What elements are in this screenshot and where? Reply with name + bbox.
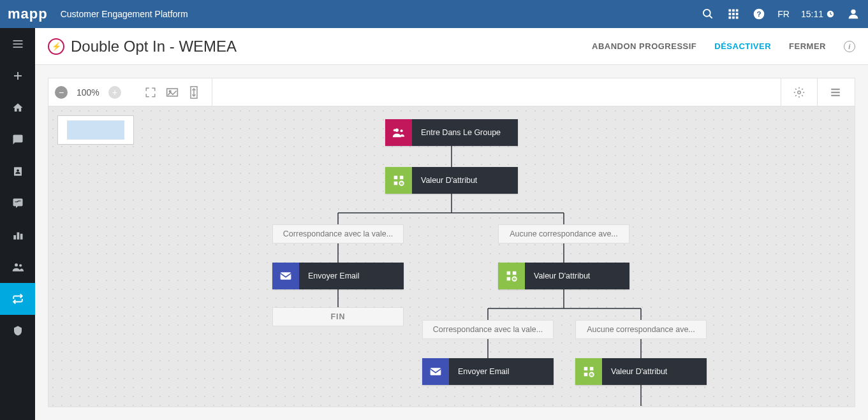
node-label: Valeur D'attribut [412,167,518,194]
svg-rect-4 [736,10,739,12]
svg-rect-36 [831,94,840,96]
svg-rect-34 [831,89,840,90]
attribute-icon: ? [385,167,412,194]
top-bar: mapp Customer Engagement Platform ? FR 1… [0,0,868,28]
zoom-in-button[interactable]: + [108,86,121,99]
node-send-email-1[interactable]: Envoyer Email [272,263,404,289]
node-label: Valeur D'attribut [602,358,707,385]
product-name: Customer Engagement Platform [61,9,702,19]
node-label: Entre Dans Le Groupe [412,119,518,146]
menu-icon[interactable] [0,28,35,60]
minimap[interactable] [57,115,134,145]
whiteboard-icon: ⚡ [48,38,64,55]
node-label: Envoyer Email [299,263,404,289]
topbar-actions: ? FR 15:11 [701,7,860,21]
language-selector[interactable]: FR [777,9,790,19]
list-view-icon[interactable] [823,86,848,99]
svg-rect-26 [20,234,22,240]
node-send-email-2[interactable]: Envoyer Email [422,358,554,385]
email-icon [422,358,449,385]
zoom-out-button[interactable]: − [55,86,68,99]
svg-rect-2 [729,10,732,12]
home-icon[interactable] [0,92,35,124]
node-attribute-value-1[interactable]: ? Valeur D'attribut [385,167,518,194]
svg-point-33 [798,91,801,94]
attribute-icon: ? [498,263,525,289]
svg-rect-25 [17,233,19,240]
search-icon[interactable] [701,7,715,21]
abandon-button[interactable]: ABANDON PROGRESSIF [592,41,696,51]
automation-icon[interactable] [0,283,35,315]
svg-point-23 [17,170,19,172]
svg-rect-35 [831,91,840,92]
node-enter-group[interactable]: Entre Dans Le Groupe [385,119,518,146]
node-attribute-value-3[interactable]: ? Valeur D'attribut [575,358,707,385]
apps-icon[interactable] [726,7,740,21]
fit-width-icon[interactable] [166,86,179,99]
sidebar [0,28,35,420]
svg-rect-24 [13,235,16,240]
branch-match-label[interactable]: Correspondance avec la vale... [272,224,404,243]
node-label: Envoyer Email [449,358,554,385]
branch-nomatch-label-2[interactable]: Aucune correspondance ave... [575,320,707,339]
clock-icon [826,10,835,18]
node-end[interactable]: FIN [272,307,404,326]
brand-logo: mapp [8,6,48,22]
analytics-icon[interactable] [0,219,35,251]
page-header: ⚡ Double Opt In - WEMEA ABANDON PROGRESS… [35,28,868,65]
svg-rect-58 [281,272,291,280]
page-title: Double Opt In - WEMEA [71,38,592,55]
fit-height-icon[interactable] [188,86,200,99]
svg-point-28 [19,264,22,266]
close-button[interactable]: FERMER [789,41,826,51]
messages-icon[interactable] [0,124,35,156]
canvas-toolbar: − 100% + [48,78,855,106]
clock-time: 15:11 [801,9,823,19]
node-label: Valeur D'attribut [525,263,629,289]
svg-text:?: ? [591,372,593,377]
add-icon[interactable] [0,60,35,92]
fit-screen-icon[interactable] [144,86,157,99]
svg-text:?: ? [401,181,403,185]
svg-rect-8 [729,17,732,19]
svg-rect-9 [732,17,735,19]
svg-text:?: ? [513,277,516,281]
deactivate-button[interactable]: DÉSACTIVER [714,41,771,51]
zoom-level: 100% [77,87,99,98]
contacts-icon[interactable] [0,156,35,187]
svg-rect-7 [736,13,739,15]
svg-rect-5 [729,13,732,15]
svg-rect-3 [732,10,735,12]
branch-nomatch-label[interactable]: Aucune correspondance ave... [498,224,629,243]
help-icon[interactable]: ? [752,7,766,21]
security-icon[interactable] [0,315,35,347]
svg-point-16 [851,10,855,14]
flow-canvas[interactable]: Entre Dans Le Groupe ? Valeur D'attribut… [48,106,855,407]
svg-point-53 [401,129,403,132]
svg-rect-6 [732,13,735,15]
attribute-icon: ? [575,358,602,385]
svg-rect-61 [430,368,441,375]
user-icon[interactable] [846,7,860,21]
settings-icon[interactable] [786,86,812,99]
node-attribute-value-2[interactable]: ? Valeur D'attribut [498,263,629,289]
info-icon[interactable]: i [844,41,855,52]
email-icon [272,263,299,289]
group-icon [385,119,412,146]
svg-text:?: ? [757,10,761,18]
branch-match-label-2[interactable]: Correspondance avec la vale... [422,320,554,339]
svg-rect-10 [736,17,739,19]
svg-point-0 [703,10,710,17]
feedback-icon[interactable] [0,187,35,219]
svg-line-1 [710,16,712,18]
svg-point-27 [15,263,18,266]
audience-icon[interactable] [0,251,35,283]
